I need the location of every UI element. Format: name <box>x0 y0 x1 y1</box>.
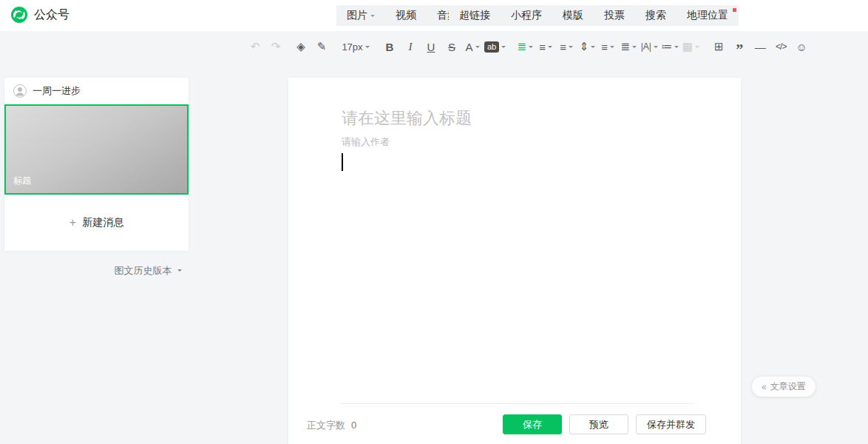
caret-down-icon <box>177 269 182 274</box>
word-count-value: 0 <box>351 420 356 431</box>
list-icon[interactable]: ≔ <box>661 37 679 56</box>
title-input-placeholder[interactable]: 请在这里输入标题 <box>342 107 472 130</box>
preview-button[interactable]: 预览 <box>569 414 628 434</box>
account-name: 一周一进步 <box>33 84 81 98</box>
author-input-placeholder[interactable]: 请输入作者 <box>342 135 390 149</box>
font-size-select[interactable]: 17px <box>338 37 373 56</box>
align-center-glyph: ≡ <box>560 41 566 53</box>
nav-item-video-label: 视频 <box>396 9 416 22</box>
more-format-glyph: ▦ <box>682 40 693 53</box>
letter-spacing-glyph: |A| <box>641 41 651 52</box>
strikethrough-icon[interactable]: S <box>443 37 461 56</box>
article-list-panel: 一周一进步 标题 + 新建消息 <box>4 78 189 251</box>
nav-item-vote-label: 投票 <box>604 9 625 22</box>
nav-item-image-label: 图片 <box>347 9 367 22</box>
nav-item-hyperlink[interactable]: 超链接 <box>449 5 501 26</box>
history-versions-link[interactable]: 图文历史版本 <box>4 264 182 278</box>
account-row: 一周一进步 <box>4 78 189 104</box>
nav-item-template[interactable]: 模版 <box>552 5 594 26</box>
indent-glyph: ≣ <box>620 40 630 53</box>
paragraph-spacing-icon[interactable]: ≡ <box>599 37 617 56</box>
undo-icon[interactable]: ↶ <box>246 37 264 56</box>
nav-item-location[interactable]: 地理位置 <box>677 5 739 26</box>
align-center-icon[interactable]: ≡ <box>557 37 575 56</box>
redo-icon[interactable]: ↷ <box>267 37 285 56</box>
word-count: 正文字数0 <box>307 419 356 432</box>
collapse-left-icon: « <box>762 382 767 392</box>
indent-icon[interactable]: ≣ <box>620 37 637 56</box>
nav-item-vote[interactable]: 投票 <box>594 5 635 26</box>
letter-spacing-icon[interactable]: |A| <box>640 37 658 56</box>
new-message-label: 新建消息 <box>82 216 123 229</box>
nav-item-video[interactable]: 视频 <box>385 5 427 26</box>
article-thumbnail-selected[interactable]: 标题 <box>4 104 189 195</box>
nav-item-search[interactable]: 搜索 <box>635 5 677 26</box>
nav-item-location-label: 地理位置 <box>687 9 728 22</box>
bold-icon[interactable]: B <box>381 37 399 56</box>
align-left-icon[interactable]: ≡ <box>537 37 555 56</box>
font-size-value: 17px <box>342 41 362 53</box>
code-icon[interactable]: </> <box>772 37 790 56</box>
line-height-glyph: ⇕ <box>579 40 589 53</box>
brand-name: 公众号 <box>34 7 69 23</box>
horizontal-rule-icon[interactable]: — <box>751 37 769 56</box>
nav-item-hyperlink-label: 超链接 <box>459 9 490 22</box>
article-settings-label: 文章设置 <box>770 380 806 393</box>
list-glyph: ≔ <box>661 40 672 53</box>
format-tag-icon[interactable]: ◈ <box>292 37 310 56</box>
editor-canvas: 请在这里输入标题 请输入作者 正文字数0 保存 预览 保存并群发 <box>288 78 741 444</box>
save-and-send-button[interactable]: 保存并群发 <box>636 414 706 434</box>
avatar-icon <box>13 84 27 98</box>
font-color-glyph: A <box>465 41 472 53</box>
align-left-glyph: ≡ <box>539 41 546 53</box>
save-button[interactable]: 保存 <box>503 414 562 434</box>
text-cursor <box>342 153 343 171</box>
underline-icon[interactable]: U <box>422 37 440 56</box>
editor-footer: 正文字数0 保存 预览 保存并群发 <box>288 403 741 444</box>
caret-down-icon <box>370 15 375 19</box>
align-justify-glyph: ≣ <box>517 40 526 53</box>
table-icon[interactable]: ⊞ <box>710 37 728 56</box>
new-message-button[interactable]: + 新建消息 <box>4 195 189 251</box>
nav-item-search-label: 搜索 <box>645 9 666 22</box>
top-bar: 公众号 图片 视频 音频 超链接 小程序 模版 投票 搜索 地理位置 <box>0 0 868 31</box>
highlight-glyph: ab <box>484 41 499 53</box>
nav-item-miniprogram-label: 小程序 <box>511 9 542 22</box>
nav-item-template-label: 模版 <box>563 9 583 22</box>
wechat-official-logo-icon <box>10 6 28 24</box>
font-color-icon[interactable]: A <box>464 37 481 56</box>
article-thumbnail-title: 标题 <box>13 175 31 187</box>
nav-item-image[interactable]: 图片 <box>336 5 385 26</box>
insert-nav-group: 超链接 小程序 模版 投票 搜索 地理位置 <box>449 5 739 26</box>
new-feature-badge <box>733 8 736 12</box>
brand: 公众号 <box>10 6 69 24</box>
italic-icon[interactable]: I <box>401 37 419 56</box>
history-versions-label: 图文历史版本 <box>114 265 172 276</box>
word-count-label: 正文字数 <box>307 420 345 431</box>
editor-toolbar: ↶ ↷ ◈ ✎ 17px B I U S A ab ≣ ≡ ≡ ⇕ ≡ ≣ |A… <box>246 36 810 57</box>
line-height-icon[interactable]: ⇕ <box>578 37 596 56</box>
nav-item-miniprogram[interactable]: 小程序 <box>501 5 552 26</box>
action-buttons: 保存 预览 保存并群发 <box>503 414 706 434</box>
highlight-icon[interactable]: ab <box>484 37 506 56</box>
paragraph-spacing-glyph: ≡ <box>601 41 608 53</box>
emoji-icon[interactable]: ☺ <box>793 37 810 56</box>
more-format-icon[interactable]: ▦ <box>682 37 699 56</box>
format-painter-icon[interactable]: ✎ <box>313 37 330 56</box>
article-settings-button[interactable]: « 文章设置 <box>752 377 816 397</box>
align-justify-icon[interactable]: ≣ <box>516 37 534 56</box>
plus-icon: + <box>69 216 76 229</box>
blockquote-icon[interactable]: ” <box>730 37 748 56</box>
